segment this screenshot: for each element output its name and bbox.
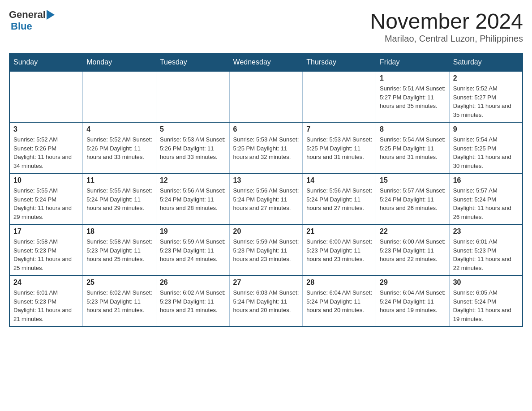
day-number: 2 xyxy=(453,74,519,82)
day-number: 30 xyxy=(453,278,519,287)
calendar-cell: 28Sunrise: 6:04 AM Sunset: 5:24 PM Dayli… xyxy=(303,275,376,326)
subtitle: Marilao, Central Luzon, Philippines xyxy=(370,34,523,44)
day-number: 4 xyxy=(86,125,152,133)
day-info: Sunrise: 6:04 AM Sunset: 5:24 PM Dayligh… xyxy=(380,288,446,315)
calendar-cell: 10Sunrise: 5:55 AM Sunset: 5:24 PM Dayli… xyxy=(9,173,83,224)
day-number: 18 xyxy=(86,227,152,235)
day-number: 22 xyxy=(380,227,446,235)
day-info: Sunrise: 5:54 AM Sunset: 5:25 PM Dayligh… xyxy=(380,135,446,162)
day-info: Sunrise: 5:53 AM Sunset: 5:26 PM Dayligh… xyxy=(160,135,226,162)
day-number: 27 xyxy=(233,278,299,287)
main-title: November 2024 xyxy=(370,9,523,34)
day-info: Sunrise: 6:05 AM Sunset: 5:24 PM Dayligh… xyxy=(453,288,519,323)
day-info: Sunrise: 5:58 AM Sunset: 5:23 PM Dayligh… xyxy=(13,237,79,272)
day-info: Sunrise: 5:56 AM Sunset: 5:24 PM Dayligh… xyxy=(306,186,372,213)
day-number: 10 xyxy=(13,176,79,184)
calendar-cell: 22Sunrise: 6:00 AM Sunset: 5:23 PM Dayli… xyxy=(376,224,450,275)
calendar-cell: 6Sunrise: 5:53 AM Sunset: 5:25 PM Daylig… xyxy=(229,122,303,173)
calendar-cell: 13Sunrise: 5:56 AM Sunset: 5:24 PM Dayli… xyxy=(229,173,303,224)
day-number: 17 xyxy=(13,227,79,235)
day-number: 6 xyxy=(233,125,299,133)
day-number: 8 xyxy=(380,125,446,133)
day-number: 15 xyxy=(380,176,446,184)
logo: General Blue xyxy=(9,9,55,32)
day-info: Sunrise: 6:04 AM Sunset: 5:24 PM Dayligh… xyxy=(306,288,372,315)
day-info: Sunrise: 5:55 AM Sunset: 5:24 PM Dayligh… xyxy=(13,186,79,221)
calendar-cell: 23Sunrise: 6:01 AM Sunset: 5:23 PM Dayli… xyxy=(449,224,523,275)
calendar-cell: 16Sunrise: 5:57 AM Sunset: 5:24 PM Dayli… xyxy=(449,173,523,224)
calendar-header-saturday: Saturday xyxy=(449,53,523,71)
calendar-header-friday: Friday xyxy=(376,53,450,71)
day-info: Sunrise: 6:03 AM Sunset: 5:24 PM Dayligh… xyxy=(233,288,299,315)
day-info: Sunrise: 6:01 AM Sunset: 5:23 PM Dayligh… xyxy=(13,288,79,323)
day-number: 14 xyxy=(306,176,372,184)
day-info: Sunrise: 5:57 AM Sunset: 5:24 PM Dayligh… xyxy=(380,186,446,213)
day-number: 23 xyxy=(453,227,519,235)
calendar-cell: 18Sunrise: 5:58 AM Sunset: 5:23 PM Dayli… xyxy=(83,224,156,275)
svg-marker-0 xyxy=(47,10,55,20)
page-header: General Blue November 2024 Marilao, Cent… xyxy=(9,9,523,44)
day-number: 12 xyxy=(160,176,226,184)
calendar-cell: 9Sunrise: 5:54 AM Sunset: 5:25 PM Daylig… xyxy=(449,122,523,173)
day-number: 25 xyxy=(86,278,152,287)
day-info: Sunrise: 5:56 AM Sunset: 5:24 PM Dayligh… xyxy=(233,186,299,213)
day-number: 13 xyxy=(233,176,299,184)
calendar-cell: 3Sunrise: 5:52 AM Sunset: 5:26 PM Daylig… xyxy=(9,122,83,173)
calendar-header-monday: Monday xyxy=(83,53,156,71)
day-info: Sunrise: 5:52 AM Sunset: 5:27 PM Dayligh… xyxy=(453,84,519,119)
calendar-cell: 8Sunrise: 5:54 AM Sunset: 5:25 PM Daylig… xyxy=(376,122,450,173)
calendar-cell: 4Sunrise: 5:52 AM Sunset: 5:26 PM Daylig… xyxy=(83,122,156,173)
calendar-header-thursday: Thursday xyxy=(303,53,376,71)
logo-blue: Blue xyxy=(11,21,55,32)
day-info: Sunrise: 5:54 AM Sunset: 5:25 PM Dayligh… xyxy=(453,135,519,170)
calendar-cell xyxy=(303,71,376,122)
day-number: 19 xyxy=(160,227,226,235)
logo-general: General xyxy=(9,9,46,21)
day-info: Sunrise: 6:02 AM Sunset: 5:23 PM Dayligh… xyxy=(160,288,226,315)
day-info: Sunrise: 6:00 AM Sunset: 5:23 PM Dayligh… xyxy=(380,237,446,264)
calendar-week-row: 17Sunrise: 5:58 AM Sunset: 5:23 PM Dayli… xyxy=(9,224,523,275)
day-info: Sunrise: 5:55 AM Sunset: 5:24 PM Dayligh… xyxy=(86,186,152,213)
calendar-cell xyxy=(83,71,156,122)
day-info: Sunrise: 6:00 AM Sunset: 5:23 PM Dayligh… xyxy=(306,237,372,264)
calendar-cell: 24Sunrise: 6:01 AM Sunset: 5:23 PM Dayli… xyxy=(9,275,83,326)
day-number: 5 xyxy=(160,125,226,133)
calendar-header-wednesday: Wednesday xyxy=(229,53,303,71)
day-number: 28 xyxy=(306,278,372,287)
day-info: Sunrise: 5:52 AM Sunset: 5:26 PM Dayligh… xyxy=(86,135,152,162)
calendar-cell: 21Sunrise: 6:00 AM Sunset: 5:23 PM Dayli… xyxy=(303,224,376,275)
calendar-cell: 19Sunrise: 5:59 AM Sunset: 5:23 PM Dayli… xyxy=(156,224,229,275)
title-section: November 2024 Marilao, Central Luzon, Ph… xyxy=(370,9,523,44)
calendar-week-row: 1Sunrise: 5:51 AM Sunset: 5:27 PM Daylig… xyxy=(9,71,523,122)
day-info: Sunrise: 5:58 AM Sunset: 5:23 PM Dayligh… xyxy=(86,237,152,264)
day-number: 20 xyxy=(233,227,299,235)
day-number: 3 xyxy=(13,125,79,133)
calendar-table: SundayMondayTuesdayWednesdayThursdayFrid… xyxy=(9,53,523,327)
calendar-cell: 1Sunrise: 5:51 AM Sunset: 5:27 PM Daylig… xyxy=(376,71,450,122)
calendar-cell: 26Sunrise: 6:02 AM Sunset: 5:23 PM Dayli… xyxy=(156,275,229,326)
day-info: Sunrise: 6:01 AM Sunset: 5:23 PM Dayligh… xyxy=(453,237,519,272)
calendar-cell: 11Sunrise: 5:55 AM Sunset: 5:24 PM Dayli… xyxy=(83,173,156,224)
calendar-cell: 17Sunrise: 5:58 AM Sunset: 5:23 PM Dayli… xyxy=(9,224,83,275)
calendar-cell: 29Sunrise: 6:04 AM Sunset: 5:24 PM Dayli… xyxy=(376,275,450,326)
day-info: Sunrise: 5:52 AM Sunset: 5:26 PM Dayligh… xyxy=(13,135,79,170)
calendar-week-row: 10Sunrise: 5:55 AM Sunset: 5:24 PM Dayli… xyxy=(9,173,523,224)
calendar-cell xyxy=(156,71,229,122)
calendar-cell: 25Sunrise: 6:02 AM Sunset: 5:23 PM Dayli… xyxy=(83,275,156,326)
day-number: 29 xyxy=(380,278,446,287)
calendar-week-row: 3Sunrise: 5:52 AM Sunset: 5:26 PM Daylig… xyxy=(9,122,523,173)
day-number: 9 xyxy=(453,125,519,133)
calendar-cell xyxy=(229,71,303,122)
day-info: Sunrise: 5:56 AM Sunset: 5:24 PM Dayligh… xyxy=(160,186,226,213)
calendar-header-tuesday: Tuesday xyxy=(156,53,229,71)
day-number: 16 xyxy=(453,176,519,184)
day-number: 21 xyxy=(306,227,372,235)
day-number: 7 xyxy=(306,125,372,133)
day-number: 1 xyxy=(380,74,446,82)
day-number: 11 xyxy=(86,176,152,184)
calendar-cell: 5Sunrise: 5:53 AM Sunset: 5:26 PM Daylig… xyxy=(156,122,229,173)
calendar-header-sunday: Sunday xyxy=(9,53,83,71)
calendar-cell: 20Sunrise: 5:59 AM Sunset: 5:23 PM Dayli… xyxy=(229,224,303,275)
day-info: Sunrise: 5:59 AM Sunset: 5:23 PM Dayligh… xyxy=(233,237,299,264)
day-info: Sunrise: 5:57 AM Sunset: 5:24 PM Dayligh… xyxy=(453,186,519,221)
